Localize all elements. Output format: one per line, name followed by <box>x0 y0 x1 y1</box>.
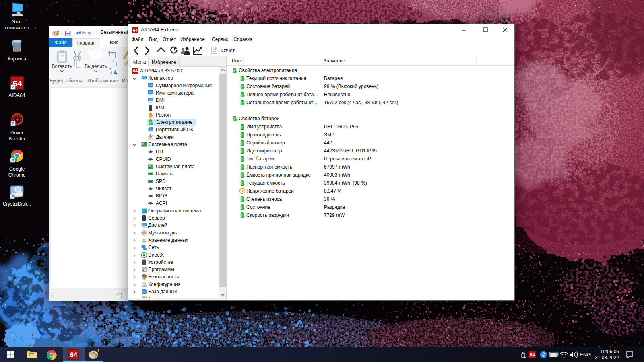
svg-text:64: 64 <box>530 352 535 357</box>
svg-text:64: 64 <box>70 352 77 358</box>
